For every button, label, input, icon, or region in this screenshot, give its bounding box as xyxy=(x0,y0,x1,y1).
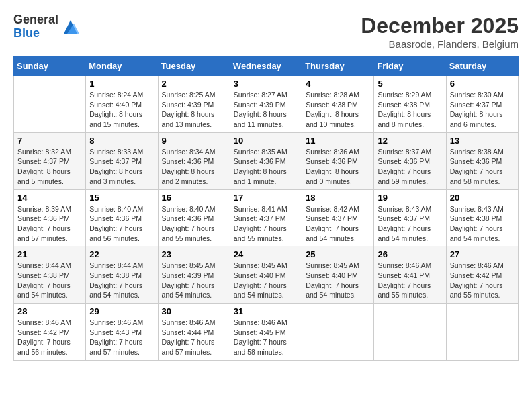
calendar-cell: 26Sunrise: 8:46 AMSunset: 4:41 PMDayligh… xyxy=(374,246,446,304)
day-info: Sunrise: 8:46 AMSunset: 4:41 PMDaylight:… xyxy=(378,261,442,300)
title-section: December 2025 Baasrode, Flanders, Belgiu… xyxy=(361,13,519,50)
calendar-cell: 8Sunrise: 8:33 AMSunset: 4:37 PMDaylight… xyxy=(86,132,158,189)
weekday-header-saturday: Saturday xyxy=(446,57,518,76)
logo-icon xyxy=(60,17,81,37)
day-info: Sunrise: 8:45 AMSunset: 4:39 PMDaylight:… xyxy=(162,261,226,300)
calendar-week-row: 7Sunrise: 8:32 AMSunset: 4:37 PMDaylight… xyxy=(14,132,519,189)
calendar-cell: 27Sunrise: 8:46 AMSunset: 4:42 PMDayligh… xyxy=(446,246,518,304)
calendar-week-row: 21Sunrise: 8:44 AMSunset: 4:38 PMDayligh… xyxy=(14,246,519,304)
day-info: Sunrise: 8:44 AMSunset: 4:38 PMDaylight:… xyxy=(17,261,82,300)
month-year-title: December 2025 xyxy=(361,13,519,38)
day-info: Sunrise: 8:46 AMSunset: 4:45 PMDaylight:… xyxy=(234,318,298,357)
calendar-cell: 18Sunrise: 8:42 AMSunset: 4:37 PMDayligh… xyxy=(302,189,374,246)
day-number: 11 xyxy=(306,136,370,146)
day-info: Sunrise: 8:42 AMSunset: 4:37 PMDaylight:… xyxy=(306,204,370,244)
day-info: Sunrise: 8:24 AMSunset: 4:40 PMDaylight:… xyxy=(89,90,154,130)
day-info: Sunrise: 8:44 AMSunset: 4:38 PMDaylight:… xyxy=(89,261,154,300)
day-info: Sunrise: 8:37 AMSunset: 4:36 PMDaylight:… xyxy=(378,147,442,187)
day-number: 27 xyxy=(450,249,515,259)
calendar-cell: 22Sunrise: 8:44 AMSunset: 4:38 PMDayligh… xyxy=(86,246,158,304)
calendar-cell: 12Sunrise: 8:37 AMSunset: 4:36 PMDayligh… xyxy=(374,132,446,189)
day-number: 28 xyxy=(17,306,82,316)
day-info: Sunrise: 8:38 AMSunset: 4:36 PMDaylight:… xyxy=(450,147,515,187)
day-number: 13 xyxy=(450,136,515,146)
calendar-cell: 1Sunrise: 8:24 AMSunset: 4:40 PMDaylight… xyxy=(86,76,158,133)
day-info: Sunrise: 8:43 AMSunset: 4:38 PMDaylight:… xyxy=(450,204,515,244)
weekday-header-sunday: Sunday xyxy=(14,57,86,76)
weekday-header-thursday: Thursday xyxy=(302,57,374,76)
location-subtitle: Baasrode, Flanders, Belgium xyxy=(361,38,519,50)
day-number: 18 xyxy=(306,193,370,203)
day-info: Sunrise: 8:33 AMSunset: 4:37 PMDaylight:… xyxy=(89,147,154,187)
day-info: Sunrise: 8:32 AMSunset: 4:37 PMDaylight:… xyxy=(17,147,82,187)
day-number: 5 xyxy=(378,79,442,89)
logo-general: General xyxy=(13,13,58,27)
calendar-cell xyxy=(302,304,374,361)
day-info: Sunrise: 8:43 AMSunset: 4:37 PMDaylight:… xyxy=(378,204,442,244)
day-info: Sunrise: 8:25 AMSunset: 4:39 PMDaylight:… xyxy=(162,90,226,130)
day-info: Sunrise: 8:46 AMSunset: 4:42 PMDaylight:… xyxy=(450,261,515,300)
day-number: 22 xyxy=(89,249,154,259)
logo: General Blue xyxy=(13,13,81,40)
day-number: 16 xyxy=(162,193,226,203)
day-number: 26 xyxy=(378,249,442,259)
day-number: 24 xyxy=(234,249,298,259)
weekday-header-monday: Monday xyxy=(86,57,158,76)
calendar-cell: 23Sunrise: 8:45 AMSunset: 4:39 PMDayligh… xyxy=(158,246,230,304)
day-number: 4 xyxy=(306,79,370,89)
calendar-cell: 7Sunrise: 8:32 AMSunset: 4:37 PMDaylight… xyxy=(14,132,86,189)
day-number: 6 xyxy=(450,79,515,89)
calendar-cell: 16Sunrise: 8:40 AMSunset: 4:36 PMDayligh… xyxy=(158,189,230,246)
day-info: Sunrise: 8:27 AMSunset: 4:39 PMDaylight:… xyxy=(234,90,298,130)
day-number: 7 xyxy=(17,136,82,146)
calendar-cell: 28Sunrise: 8:46 AMSunset: 4:42 PMDayligh… xyxy=(14,304,86,361)
calendar-cell: 21Sunrise: 8:44 AMSunset: 4:38 PMDayligh… xyxy=(14,246,86,304)
calendar-cell: 14Sunrise: 8:39 AMSunset: 4:36 PMDayligh… xyxy=(14,189,86,246)
day-number: 21 xyxy=(17,249,82,259)
calendar-cell: 13Sunrise: 8:38 AMSunset: 4:36 PMDayligh… xyxy=(446,132,518,189)
calendar-cell: 17Sunrise: 8:41 AMSunset: 4:37 PMDayligh… xyxy=(230,189,302,246)
calendar-cell: 24Sunrise: 8:45 AMSunset: 4:40 PMDayligh… xyxy=(230,246,302,304)
day-info: Sunrise: 8:41 AMSunset: 4:37 PMDaylight:… xyxy=(234,204,298,244)
calendar-cell: 2Sunrise: 8:25 AMSunset: 4:39 PMDaylight… xyxy=(158,76,230,133)
day-info: Sunrise: 8:29 AMSunset: 4:38 PMDaylight:… xyxy=(378,90,442,130)
day-info: Sunrise: 8:30 AMSunset: 4:37 PMDaylight:… xyxy=(450,90,515,130)
day-info: Sunrise: 8:36 AMSunset: 4:36 PMDaylight:… xyxy=(306,147,370,187)
day-info: Sunrise: 8:28 AMSunset: 4:38 PMDaylight:… xyxy=(306,90,370,130)
day-number: 25 xyxy=(306,249,370,259)
calendar-cell: 6Sunrise: 8:30 AMSunset: 4:37 PMDaylight… xyxy=(446,76,518,133)
calendar-cell: 25Sunrise: 8:45 AMSunset: 4:40 PMDayligh… xyxy=(302,246,374,304)
calendar-cell: 29Sunrise: 8:46 AMSunset: 4:43 PMDayligh… xyxy=(86,304,158,361)
calendar-cell: 4Sunrise: 8:28 AMSunset: 4:38 PMDaylight… xyxy=(302,76,374,133)
day-number: 1 xyxy=(89,79,154,89)
day-info: Sunrise: 8:46 AMSunset: 4:43 PMDaylight:… xyxy=(89,318,154,357)
day-info: Sunrise: 8:46 AMSunset: 4:44 PMDaylight:… xyxy=(162,318,226,357)
calendar-cell: 19Sunrise: 8:43 AMSunset: 4:37 PMDayligh… xyxy=(374,189,446,246)
calendar-cell xyxy=(14,76,86,133)
calendar-cell: 10Sunrise: 8:35 AMSunset: 4:36 PMDayligh… xyxy=(230,132,302,189)
calendar-cell: 5Sunrise: 8:29 AMSunset: 4:38 PMDaylight… xyxy=(374,76,446,133)
day-number: 12 xyxy=(378,136,442,146)
header: General Blue December 2025 Baasrode, Fla… xyxy=(13,13,519,50)
day-info: Sunrise: 8:45 AMSunset: 4:40 PMDaylight:… xyxy=(234,261,298,300)
day-number: 20 xyxy=(450,193,515,203)
calendar-cell: 31Sunrise: 8:46 AMSunset: 4:45 PMDayligh… xyxy=(230,304,302,361)
day-info: Sunrise: 8:40 AMSunset: 4:36 PMDaylight:… xyxy=(162,204,226,244)
calendar-cell: 11Sunrise: 8:36 AMSunset: 4:36 PMDayligh… xyxy=(302,132,374,189)
day-info: Sunrise: 8:45 AMSunset: 4:40 PMDaylight:… xyxy=(306,261,370,300)
weekday-header-tuesday: Tuesday xyxy=(158,57,230,76)
calendar-cell: 20Sunrise: 8:43 AMSunset: 4:38 PMDayligh… xyxy=(446,189,518,246)
day-number: 15 xyxy=(89,193,154,203)
calendar-week-row: 14Sunrise: 8:39 AMSunset: 4:36 PMDayligh… xyxy=(14,189,519,246)
calendar-cell: 15Sunrise: 8:40 AMSunset: 4:36 PMDayligh… xyxy=(86,189,158,246)
day-number: 2 xyxy=(162,79,226,89)
day-number: 17 xyxy=(234,193,298,203)
calendar-week-row: 28Sunrise: 8:46 AMSunset: 4:42 PMDayligh… xyxy=(14,304,519,361)
day-number: 30 xyxy=(162,306,226,316)
day-number: 9 xyxy=(162,136,226,146)
calendar-cell: 30Sunrise: 8:46 AMSunset: 4:44 PMDayligh… xyxy=(158,304,230,361)
day-number: 19 xyxy=(378,193,442,203)
day-info: Sunrise: 8:35 AMSunset: 4:36 PMDaylight:… xyxy=(234,147,298,187)
day-number: 23 xyxy=(162,249,226,259)
day-info: Sunrise: 8:46 AMSunset: 4:42 PMDaylight:… xyxy=(17,318,82,357)
